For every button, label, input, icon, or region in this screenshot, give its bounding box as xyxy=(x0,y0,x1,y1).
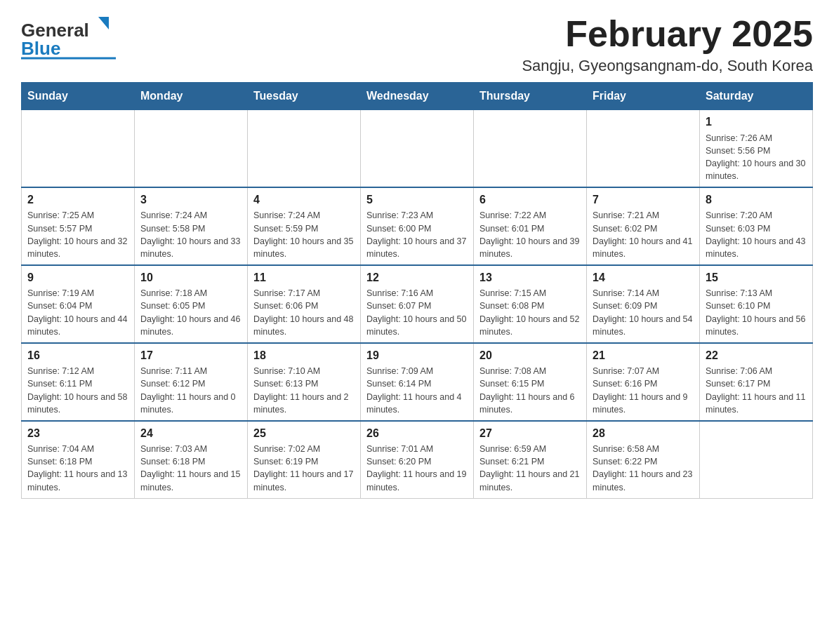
table-row: 20Sunrise: 7:08 AMSunset: 6:15 PMDayligh… xyxy=(474,343,587,421)
day-number: 10 xyxy=(140,270,241,286)
table-row xyxy=(700,421,813,498)
day-number: 19 xyxy=(366,348,468,363)
day-number: 28 xyxy=(593,426,694,441)
table-row: 15Sunrise: 7:13 AMSunset: 6:10 PMDayligh… xyxy=(700,265,813,343)
table-row: 12Sunrise: 7:16 AMSunset: 6:07 PMDayligh… xyxy=(361,265,474,343)
header-thursday: Thursday xyxy=(474,83,587,110)
day-number: 2 xyxy=(27,192,128,208)
day-number: 1 xyxy=(706,114,807,130)
day-info: Sunrise: 7:18 AMSunset: 6:05 PMDaylight:… xyxy=(140,287,241,338)
day-number: 13 xyxy=(479,270,581,286)
table-row: 9Sunrise: 7:19 AMSunset: 6:04 PMDaylight… xyxy=(22,265,135,343)
day-info: Sunrise: 7:12 AMSunset: 6:11 PMDaylight:… xyxy=(27,365,128,416)
day-number: 15 xyxy=(706,270,807,286)
day-number: 22 xyxy=(706,348,807,363)
table-row xyxy=(135,110,248,187)
table-row: 16Sunrise: 7:12 AMSunset: 6:11 PMDayligh… xyxy=(22,343,135,421)
day-number: 11 xyxy=(253,270,355,286)
day-number: 26 xyxy=(366,426,468,441)
day-number: 8 xyxy=(706,192,807,208)
table-row: 8Sunrise: 7:20 AMSunset: 6:03 PMDaylight… xyxy=(700,187,813,265)
calendar-week-row: 23Sunrise: 7:04 AMSunset: 6:18 PMDayligh… xyxy=(22,421,813,498)
table-row: 27Sunrise: 6:59 AMSunset: 6:21 PMDayligh… xyxy=(474,421,587,498)
day-number: 23 xyxy=(27,426,128,441)
day-number: 16 xyxy=(27,348,128,363)
day-number: 5 xyxy=(366,192,468,208)
day-number: 17 xyxy=(140,348,241,363)
table-row xyxy=(361,110,474,187)
day-number: 20 xyxy=(479,348,581,363)
day-info: Sunrise: 7:14 AMSunset: 6:09 PMDaylight:… xyxy=(593,287,694,338)
svg-text:Blue: Blue xyxy=(21,38,60,59)
header-monday: Monday xyxy=(135,83,248,110)
table-row: 11Sunrise: 7:17 AMSunset: 6:06 PMDayligh… xyxy=(248,265,361,343)
day-info: Sunrise: 7:26 AMSunset: 5:56 PMDaylight:… xyxy=(706,132,807,183)
calendar-subtitle: Sangju, Gyeongsangnam-do, South Korea xyxy=(522,57,813,75)
day-number: 21 xyxy=(593,348,694,363)
day-info: Sunrise: 7:08 AMSunset: 6:15 PMDaylight:… xyxy=(479,365,581,416)
table-row: 18Sunrise: 7:10 AMSunset: 6:13 PMDayligh… xyxy=(248,343,361,421)
table-row: 25Sunrise: 7:02 AMSunset: 6:19 PMDayligh… xyxy=(248,421,361,498)
table-row xyxy=(248,110,361,187)
table-row: 28Sunrise: 6:58 AMSunset: 6:22 PMDayligh… xyxy=(587,421,700,498)
day-number: 14 xyxy=(593,270,694,286)
title-block: February 2025 Sangju, Gyeongsangnam-do, … xyxy=(522,14,813,75)
table-row: 13Sunrise: 7:15 AMSunset: 6:08 PMDayligh… xyxy=(474,265,587,343)
day-info: Sunrise: 6:58 AMSunset: 6:22 PMDaylight:… xyxy=(593,443,694,494)
day-info: Sunrise: 7:11 AMSunset: 6:12 PMDaylight:… xyxy=(140,365,241,416)
table-row: 23Sunrise: 7:04 AMSunset: 6:18 PMDayligh… xyxy=(22,421,135,498)
day-info: Sunrise: 7:21 AMSunset: 6:02 PMDaylight:… xyxy=(593,209,694,260)
day-info: Sunrise: 7:03 AMSunset: 6:18 PMDaylight:… xyxy=(140,443,241,494)
day-info: Sunrise: 6:59 AMSunset: 6:21 PMDaylight:… xyxy=(479,443,581,494)
day-info: Sunrise: 7:01 AMSunset: 6:20 PMDaylight:… xyxy=(366,443,468,494)
calendar-week-row: 1Sunrise: 7:26 AMSunset: 5:56 PMDaylight… xyxy=(22,110,813,187)
day-info: Sunrise: 7:25 AMSunset: 5:57 PMDaylight:… xyxy=(27,209,128,260)
svg-marker-1 xyxy=(98,17,109,29)
table-row: 14Sunrise: 7:14 AMSunset: 6:09 PMDayligh… xyxy=(587,265,700,343)
calendar-week-row: 16Sunrise: 7:12 AMSunset: 6:11 PMDayligh… xyxy=(22,343,813,421)
table-row xyxy=(474,110,587,187)
day-info: Sunrise: 7:22 AMSunset: 6:01 PMDaylight:… xyxy=(479,209,581,260)
day-info: Sunrise: 7:19 AMSunset: 6:04 PMDaylight:… xyxy=(27,287,128,338)
table-row xyxy=(587,110,700,187)
day-info: Sunrise: 7:17 AMSunset: 6:06 PMDaylight:… xyxy=(253,287,355,338)
calendar-week-row: 9Sunrise: 7:19 AMSunset: 6:04 PMDaylight… xyxy=(22,265,813,343)
table-row: 7Sunrise: 7:21 AMSunset: 6:02 PMDaylight… xyxy=(587,187,700,265)
day-info: Sunrise: 7:16 AMSunset: 6:07 PMDaylight:… xyxy=(366,287,468,338)
table-row: 1Sunrise: 7:26 AMSunset: 5:56 PMDaylight… xyxy=(700,110,813,187)
day-info: Sunrise: 7:06 AMSunset: 6:17 PMDaylight:… xyxy=(706,365,807,416)
day-info: Sunrise: 7:20 AMSunset: 6:03 PMDaylight:… xyxy=(706,209,807,260)
table-row: 4Sunrise: 7:24 AMSunset: 5:59 PMDaylight… xyxy=(248,187,361,265)
table-row: 5Sunrise: 7:23 AMSunset: 6:00 PMDaylight… xyxy=(361,187,474,265)
page-header: General Blue February 2025 Sangju, Gyeon… xyxy=(21,14,813,75)
day-number: 6 xyxy=(479,192,581,208)
header-saturday: Saturday xyxy=(700,83,813,110)
day-number: 4 xyxy=(253,192,355,208)
table-row: 17Sunrise: 7:11 AMSunset: 6:12 PMDayligh… xyxy=(135,343,248,421)
day-info: Sunrise: 7:13 AMSunset: 6:10 PMDaylight:… xyxy=(706,287,807,338)
table-row: 2Sunrise: 7:25 AMSunset: 5:57 PMDaylight… xyxy=(22,187,135,265)
table-row: 26Sunrise: 7:01 AMSunset: 6:20 PMDayligh… xyxy=(361,421,474,498)
day-info: Sunrise: 7:02 AMSunset: 6:19 PMDaylight:… xyxy=(253,443,355,494)
header-wednesday: Wednesday xyxy=(361,83,474,110)
day-info: Sunrise: 7:09 AMSunset: 6:14 PMDaylight:… xyxy=(366,365,468,416)
day-number: 27 xyxy=(479,426,581,441)
table-row: 10Sunrise: 7:18 AMSunset: 6:05 PMDayligh… xyxy=(135,265,248,343)
table-row: 6Sunrise: 7:22 AMSunset: 6:01 PMDaylight… xyxy=(474,187,587,265)
day-info: Sunrise: 7:24 AMSunset: 5:58 PMDaylight:… xyxy=(140,209,241,260)
day-info: Sunrise: 7:07 AMSunset: 6:16 PMDaylight:… xyxy=(593,365,694,416)
day-number: 18 xyxy=(253,348,355,363)
day-number: 24 xyxy=(140,426,241,441)
header-tuesday: Tuesday xyxy=(248,83,361,110)
table-row: 24Sunrise: 7:03 AMSunset: 6:18 PMDayligh… xyxy=(135,421,248,498)
table-row: 22Sunrise: 7:06 AMSunset: 6:17 PMDayligh… xyxy=(700,343,813,421)
calendar-title: February 2025 xyxy=(522,14,813,54)
day-number: 7 xyxy=(593,192,694,208)
table-row xyxy=(22,110,135,187)
day-info: Sunrise: 7:10 AMSunset: 6:13 PMDaylight:… xyxy=(253,365,355,416)
header-sunday: Sunday xyxy=(22,83,135,110)
day-info: Sunrise: 7:23 AMSunset: 6:00 PMDaylight:… xyxy=(366,209,468,260)
table-row: 3Sunrise: 7:24 AMSunset: 5:58 PMDaylight… xyxy=(135,187,248,265)
day-info: Sunrise: 7:15 AMSunset: 6:08 PMDaylight:… xyxy=(479,287,581,338)
logo: General Blue xyxy=(21,14,119,60)
